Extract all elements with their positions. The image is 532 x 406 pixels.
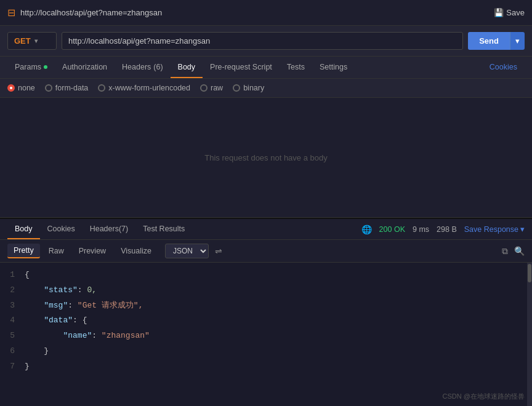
send-btn-container: Send ▾ xyxy=(468,32,525,50)
json-line-5: 5 "name": "zhangsan" xyxy=(0,328,532,344)
request-bar: GET ▾ Send ▾ xyxy=(0,26,532,57)
resp-tab-cookies[interactable]: Cookies xyxy=(40,219,83,239)
request-body-area: This request does not have a body xyxy=(0,98,532,218)
tab-cookies[interactable]: Cookies xyxy=(482,57,525,78)
save-response-button[interactable]: Save Response ▾ xyxy=(464,225,525,234)
scrollbar-thumb xyxy=(528,264,531,282)
tab-tests[interactable]: Tests xyxy=(280,57,312,78)
json-line-2: 2 "stats": 0, xyxy=(0,283,532,298)
save-icon: 💾 xyxy=(494,8,504,17)
fmt-tab-preview[interactable]: Preview xyxy=(73,244,112,258)
json-line-6: 6 } xyxy=(0,344,532,359)
resp-tab-headers[interactable]: Headers (7) xyxy=(83,219,136,239)
copy-search-area: ⧉ 🔍 xyxy=(502,246,525,257)
chevron-down-icon: ▾ xyxy=(34,38,38,44)
json-output: 1 { 2 "stats": 0, 3 "msg": "Get 请求成功", 4… xyxy=(0,263,532,406)
resp-tab-body[interactable]: Body xyxy=(7,219,40,239)
vertical-scrollbar[interactable] xyxy=(527,263,532,406)
resp-tab-test-results[interactable]: Test Results xyxy=(135,219,192,239)
tab-headers[interactable]: Headers (6) xyxy=(115,57,171,78)
tab-prerequest[interactable]: Pre-request Script xyxy=(203,57,280,78)
tab-authorization[interactable]: Authorization xyxy=(55,57,115,78)
radio-none-circle xyxy=(7,84,15,92)
radio-binary[interactable]: binary xyxy=(233,84,264,92)
response-size: 298 B xyxy=(437,225,457,234)
url-input[interactable] xyxy=(62,32,463,50)
json-line-3: 3 "msg": "Get 请求成功", xyxy=(0,298,532,314)
json-line-4: 4 "data": { xyxy=(0,313,532,328)
method-select[interactable]: GET ▾ xyxy=(7,32,57,50)
send-button[interactable]: Send xyxy=(468,32,510,50)
radio-raw-circle xyxy=(200,84,208,92)
resp-headers-count: (7) xyxy=(119,225,128,233)
top-bar: ⊟ http://localhost/api/get?name=zhangsan… xyxy=(0,0,532,26)
response-header: Body Cookies Headers (7) Test Results 🌐 … xyxy=(0,218,532,240)
json-line-7: 7 } xyxy=(0,359,532,375)
radio-formdata-circle xyxy=(45,84,52,92)
radio-raw[interactable]: raw xyxy=(200,84,223,92)
copy-icon[interactable]: ⧉ xyxy=(502,246,508,257)
tab-params[interactable]: Params xyxy=(7,57,55,78)
radio-urlencoded-circle xyxy=(98,84,105,92)
send-dropdown-button[interactable]: ▾ xyxy=(510,32,525,50)
save-button[interactable]: 💾 Save xyxy=(494,8,525,17)
request-tabs: Params Authorization Headers (6) Body Pr… xyxy=(0,57,532,79)
radio-binary-circle xyxy=(233,84,240,92)
app-container: ⊟ http://localhost/api/get?name=zhangsan… xyxy=(0,0,532,406)
fmt-tab-pretty[interactable]: Pretty xyxy=(7,244,40,258)
format-select[interactable]: JSON HTML Text xyxy=(165,244,209,258)
radio-form-data[interactable]: form-data xyxy=(45,84,89,92)
fmt-tab-raw[interactable]: Raw xyxy=(42,244,70,258)
json-line-1: 1 { xyxy=(0,268,532,283)
method-label: GET xyxy=(14,36,31,46)
top-bar-left: ⊟ http://localhost/api/get?name=zhangsan xyxy=(7,7,162,18)
status-badge: 200 OK xyxy=(379,225,405,234)
params-dot xyxy=(44,65,47,69)
wrap-icon[interactable]: ⇌ xyxy=(215,246,222,256)
search-icon[interactable]: 🔍 xyxy=(514,246,525,257)
globe-icon: 🌐 xyxy=(361,225,372,234)
app-icon: ⊟ xyxy=(7,7,15,18)
tab-settings[interactable]: Settings xyxy=(312,57,355,78)
tab-body[interactable]: Body xyxy=(171,57,203,78)
watermark: CSDN @在地球迷路的怪兽 xyxy=(443,392,525,401)
format-tabs: Pretty Raw Preview Visualize JSON HTML T… xyxy=(0,240,532,263)
response-time: 9 ms xyxy=(413,225,429,234)
no-body-message: This request does not have a body xyxy=(204,153,327,162)
radio-none[interactable]: none xyxy=(7,84,35,92)
body-options: none form-data x-www-form-urlencoded raw… xyxy=(0,79,532,98)
response-status-area: 🌐 200 OK 9 ms 298 B Save Response ▾ xyxy=(361,225,525,234)
top-bar-url: http://localhost/api/get?name=zhangsan xyxy=(20,8,162,17)
chevron-down-icon: ▾ xyxy=(520,225,525,234)
radio-urlencoded[interactable]: x-www-form-urlencoded xyxy=(98,84,190,92)
fmt-tab-visualize[interactable]: Visualize xyxy=(115,244,158,258)
